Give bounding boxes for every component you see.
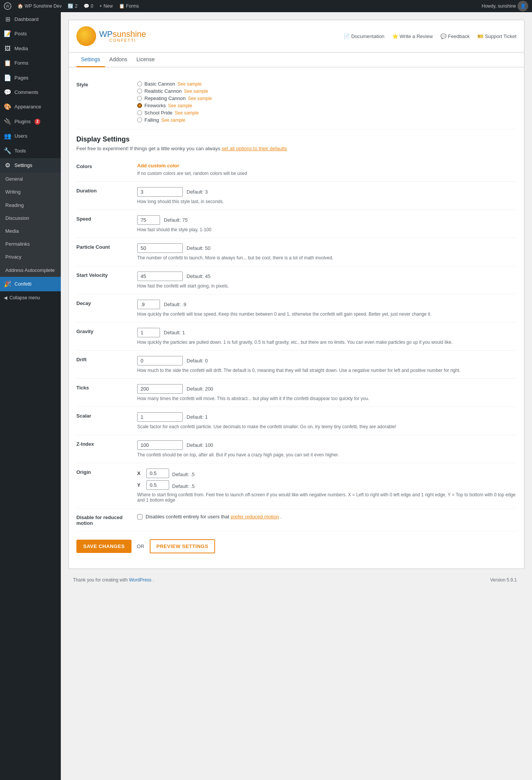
sidebar-item-writing[interactable]: Writing <box>0 186 61 199</box>
admin-bar-forms[interactable]: 📋 Forms <box>119 3 139 9</box>
style-falling-radio[interactable] <box>137 118 142 122</box>
updates-icon: 🔄 <box>68 3 73 9</box>
style-basic-cannon-radio[interactable] <box>137 81 142 86</box>
admin-bar-new[interactable]: + New <box>100 3 113 9</box>
gravity-default: Default: 1 <box>164 328 185 335</box>
support-ticket-link[interactable]: 🎫 Support Ticket <box>477 33 516 39</box>
display-settings-desc: Feel free to experiment! If things get a… <box>76 146 516 151</box>
sidebar-item-reading[interactable]: Reading <box>0 199 61 212</box>
tab-addons[interactable]: Addons <box>105 52 132 67</box>
sidebar-item-tools[interactable]: 🔧 Tools <box>0 144 61 158</box>
wordpress-link[interactable]: WordPress <box>129 577 151 583</box>
sidebar-item-plugins[interactable]: 🔌 Plugins 2 <box>0 114 61 129</box>
decay-field: Decay Default: .9 How quickly the confet… <box>76 294 516 322</box>
style-repeating-cannon[interactable]: Repeating Cannon See sample <box>137 95 516 101</box>
sidebar-item-pages[interactable]: 📄 Pages <box>0 71 61 85</box>
scalar-input[interactable] <box>137 412 183 422</box>
gravity-label: Gravity <box>76 328 130 345</box>
sidebar-item-address-autocomplete[interactable]: Address Autocomplete <box>0 264 61 277</box>
admin-bar-updates[interactable]: 🔄 2 <box>68 3 78 9</box>
sidebar-item-settings[interactable]: ⚙ Settings <box>0 158 61 173</box>
decay-input[interactable] <box>137 300 160 309</box>
basic-cannon-sample-link[interactable]: See sample <box>177 81 201 87</box>
speed-input[interactable] <box>137 215 160 225</box>
tab-settings[interactable]: Settings <box>76 52 105 67</box>
origin-y-input[interactable] <box>146 480 169 490</box>
write-review-link[interactable]: ⭐ Write a Review <box>392 33 433 39</box>
reset-defaults-link[interactable]: set all options to their defaults <box>222 146 287 151</box>
logo-confetti: CONFETTI <box>99 38 146 43</box>
sidebar-item-permalinks[interactable]: Permalinks <box>0 238 61 251</box>
sidebar-item-users[interactable]: 👥 Users <box>0 129 61 143</box>
collapse-menu-button[interactable]: ◀ Collapse menu <box>0 291 61 304</box>
style-realistic-cannon[interactable]: Realistic Cannon See sample <box>137 88 516 94</box>
zindex-input-wrap: Default: 100 <box>137 440 516 450</box>
origin-x-default: Default: .5 <box>172 470 195 477</box>
sidebar-item-dashboard[interactable]: ⊞ Dashboard <box>0 12 61 27</box>
realistic-cannon-sample-link[interactable]: See sample <box>184 89 208 94</box>
prefer-reduced-motion-link[interactable]: prefer reduced motion <box>231 514 279 519</box>
sidebar-item-privacy[interactable]: Privacy <box>0 251 61 264</box>
zindex-default: Default: 100 <box>187 440 213 448</box>
style-fireworks-radio[interactable] <box>137 103 142 108</box>
documentation-link[interactable]: 📄 Documentation <box>344 33 384 39</box>
duration-input[interactable] <box>137 187 183 197</box>
gravity-input-wrap: Default: 1 <box>137 328 516 337</box>
drift-input[interactable] <box>137 356 183 365</box>
sidebar-item-general[interactable]: General <box>0 173 61 186</box>
posts-icon: 📝 <box>4 30 11 38</box>
sidebar-item-confetti[interactable]: 🎉 Confetti <box>0 277 61 291</box>
ticket-icon: 🎫 <box>477 33 483 39</box>
zindex-input[interactable] <box>137 440 183 450</box>
duration-content: Default: 3 How long should this style la… <box>137 187 516 204</box>
add-custom-color-link[interactable]: Add custom color <box>137 163 179 168</box>
sidebar-item-media[interactable]: 🖼 Media <box>0 41 61 56</box>
duration-desc: How long should this style last, in seco… <box>137 199 516 204</box>
style-falling[interactable]: Falling See sample <box>137 117 516 123</box>
style-basic-cannon[interactable]: Basic Cannon See sample <box>137 81 516 87</box>
origin-x-label: X <box>137 470 143 476</box>
save-changes-button[interactable]: SAVE CHANGES <box>76 540 131 553</box>
sidebar-item-discussion[interactable]: Discussion <box>0 212 61 225</box>
repeating-cannon-sample-link[interactable]: See sample <box>188 96 212 101</box>
admin-bar-user[interactable]: Howdy, sunshine 👤 <box>482 1 529 11</box>
particle-count-input[interactable] <box>137 243 183 253</box>
drift-input-wrap: Default: 0 <box>137 356 516 365</box>
particle-count-desc: The number of confetti to launch. More i… <box>137 255 516 261</box>
admin-bar-site[interactable]: 🏠 WP Sunshine Dev <box>17 3 62 9</box>
start-velocity-desc: How fast the confetti will start going, … <box>137 283 516 289</box>
admin-bar-comments[interactable]: 💬 0 <box>84 3 93 9</box>
style-realistic-cannon-radio[interactable] <box>137 89 142 94</box>
display-settings-title: Display Settings <box>76 129 516 146</box>
style-repeating-cannon-radio[interactable] <box>137 96 142 101</box>
sidebar-item-appearance[interactable]: 🎨 Appearance <box>0 100 61 114</box>
version-info: Version 5.9.1 <box>483 573 524 587</box>
gravity-input[interactable] <box>137 328 160 337</box>
sidebar-item-forms[interactable]: 📋 Forms <box>0 56 61 70</box>
sidebar-item-posts[interactable]: 📝 Posts <box>0 27 61 41</box>
settings-icon: ⚙ <box>4 161 11 170</box>
school-pride-sample-link[interactable]: See sample <box>175 110 199 116</box>
reduced-motion-checkbox[interactable] <box>137 514 142 519</box>
style-school-pride-radio[interactable] <box>137 110 142 115</box>
ticks-desc: How many times the confetti will move. T… <box>137 396 516 401</box>
particle-count-default: Default: 50 <box>187 243 211 251</box>
start-velocity-input[interactable] <box>137 272 183 281</box>
settings-content: Style Basic Cannon See sample Realistic … <box>68 67 524 569</box>
plus-icon: + <box>100 3 102 9</box>
ticks-input[interactable] <box>137 384 183 394</box>
particle-count-content: Default: 50 The number of confetti to la… <box>137 243 516 261</box>
feedback-link[interactable]: 💬 Feedback <box>440 33 470 39</box>
sidebar-item-comments[interactable]: 💬 Comments <box>0 85 61 100</box>
tab-license[interactable]: License <box>132 52 159 67</box>
comments-sidebar-icon: 💬 <box>4 88 11 97</box>
fireworks-sample-link[interactable]: See sample <box>168 103 192 108</box>
origin-x-input[interactable] <box>146 469 169 478</box>
admin-bar-wp-logo[interactable]: W <box>4 2 11 10</box>
reduced-motion-checkbox-wrap: Disables confetti entirely for users tha… <box>137 514 516 519</box>
preview-settings-button[interactable]: PREVIEW SETTINGS <box>150 539 215 553</box>
falling-sample-link[interactable]: See sample <box>161 118 185 123</box>
style-fireworks[interactable]: Fireworks See sample <box>137 103 516 108</box>
sidebar-item-media-sub[interactable]: Media <box>0 225 61 238</box>
style-school-pride[interactable]: School Pride See sample <box>137 110 516 116</box>
